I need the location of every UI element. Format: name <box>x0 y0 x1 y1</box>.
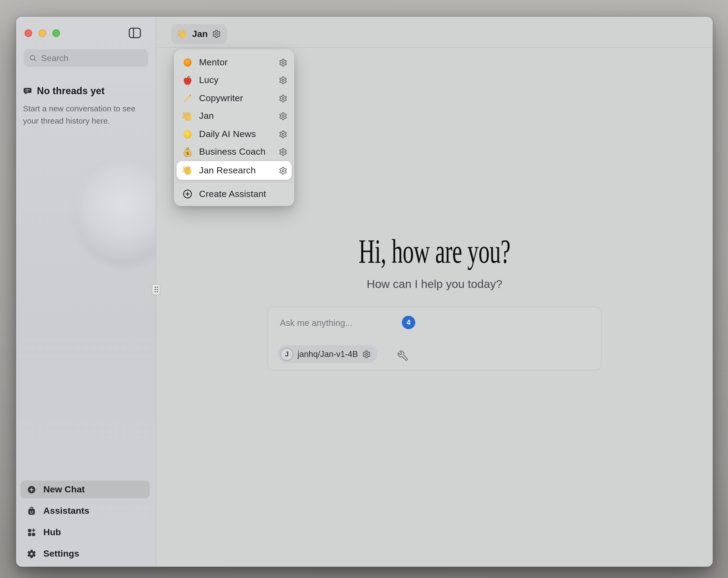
gear-icon[interactable] <box>279 166 287 175</box>
empty-state-title: No threads yet <box>37 85 105 97</box>
sidebar-resize-handle[interactable] <box>152 284 160 295</box>
red-apple-emoji-icon <box>182 75 193 86</box>
menu-separator <box>174 182 294 182</box>
sidebar-panel-icon <box>128 27 141 39</box>
menu-item-label: Jan Research <box>199 165 273 176</box>
search-field[interactable] <box>24 49 148 67</box>
toggle-sidebar-button[interactable] <box>128 27 141 39</box>
yellow-circle-emoji-icon <box>182 129 193 140</box>
orange-circle-emoji-icon <box>182 57 193 68</box>
assistant-menu-item-business-coach[interactable]: Business Coach <box>174 143 294 161</box>
assistant-menu-item-jan-research[interactable]: Jan Research <box>177 161 292 180</box>
greeting-subtitle: How can I help you today? <box>156 278 713 291</box>
gear-icon[interactable] <box>279 94 287 103</box>
model-avatar: J <box>280 348 293 360</box>
window-controls <box>25 29 60 37</box>
greeting-title: Hi, how are you? <box>252 233 617 270</box>
header-divider <box>156 47 713 48</box>
model-settings-gear-icon[interactable] <box>362 350 371 358</box>
assistant-settings-gear-icon[interactable] <box>212 29 221 39</box>
empty-state-title-row: No threads yet <box>23 85 105 97</box>
empty-state-description: Start a new conversation to see your thr… <box>23 102 145 127</box>
chat-input[interactable] <box>268 307 601 338</box>
assistant-menu-item-daily-ai-news[interactable]: Daily AI News <box>174 125 294 143</box>
chat-bubble-icon <box>23 87 32 96</box>
tools-button[interactable] <box>397 350 409 362</box>
menu-item-label: Daily AI News <box>199 129 273 140</box>
assistant-menu-item-mentor[interactable]: Mentor <box>174 53 294 71</box>
sidebar-item-assistants[interactable]: Assistants <box>20 502 150 520</box>
menu-item-label: Mentor <box>199 57 273 68</box>
menu-item-label: Jan <box>199 111 273 122</box>
sidebar-decorative-blob <box>74 160 156 267</box>
model-name: janhq/Jan-v1-4B <box>297 349 358 359</box>
sidebar-item-hub[interactable]: Hub <box>20 523 150 541</box>
menu-item-label: Copywriter <box>199 93 273 104</box>
assistant-menu-item-copywriter[interactable]: Copywriter <box>174 90 294 107</box>
plus-circle-icon <box>27 485 36 494</box>
menu-item-label: Create Assistant <box>199 189 287 200</box>
assistant-selector-button[interactable]: Jan <box>171 24 227 44</box>
menu-item-label: Business Coach <box>199 147 273 158</box>
minimize-window-button[interactable] <box>38 29 46 37</box>
wrench-icon <box>397 350 409 362</box>
app-window: No threads yet Start a new conversation … <box>16 17 713 567</box>
nav-item-label: Hub <box>43 527 61 537</box>
sidebar: No threads yet Start a new conversation … <box>16 17 156 567</box>
plus-circle-icon <box>182 189 193 200</box>
nav-item-label: Assistants <box>43 505 89 516</box>
tools-count-badge: 4 <box>402 316 415 329</box>
zoom-window-button[interactable] <box>52 29 60 37</box>
model-selector-button[interactable]: J janhq/Jan-v1-4B <box>278 345 377 363</box>
menu-item-label: Lucy <box>199 75 273 86</box>
waving-hand-emoji-icon <box>182 111 193 122</box>
close-window-button[interactable] <box>25 29 32 37</box>
assistant-menu-item-lucy[interactable]: Lucy <box>174 71 294 90</box>
main-content: Jan Mentor Lucy <box>156 17 713 567</box>
money-bag-emoji-icon <box>182 147 193 158</box>
current-assistant-name: Jan <box>192 29 208 39</box>
search-input[interactable] <box>41 53 152 63</box>
main-header: Jan <box>156 17 713 47</box>
nav-item-label: New Chat <box>43 484 85 495</box>
desktop-background: No threads yet Start a new conversation … <box>0 0 728 578</box>
hub-grid-plus-icon <box>27 527 36 537</box>
new-chat-button[interactable]: New Chat <box>20 481 150 498</box>
gear-icon[interactable] <box>279 112 287 121</box>
waving-hand-emoji-icon <box>177 29 188 39</box>
composer: J janhq/Jan-v1-4B 4 <box>267 307 601 370</box>
sidebar-item-settings[interactable]: Settings <box>20 545 150 562</box>
assistants-robot-icon <box>27 506 36 516</box>
greeting: Hi, how are you? How can I help you toda… <box>156 233 713 291</box>
drag-dots-icon <box>153 286 159 293</box>
assistant-menu: Mentor Lucy Copywriter <box>174 49 294 206</box>
gear-icon <box>27 549 36 558</box>
waving-hand-emoji-icon <box>182 165 193 176</box>
search-icon <box>29 54 37 62</box>
create-assistant-button[interactable]: Create Assistant <box>174 185 294 203</box>
gear-icon[interactable] <box>279 148 287 156</box>
assistant-menu-item-jan[interactable]: Jan <box>174 107 294 125</box>
gear-icon[interactable] <box>279 130 287 139</box>
nav-item-label: Settings <box>43 548 79 559</box>
gear-icon[interactable] <box>279 76 287 85</box>
gear-icon[interactable] <box>279 58 287 67</box>
sidebar-footer-nav: New Chat Assistants Hub Settings <box>20 481 150 562</box>
pencil-emoji-icon <box>182 93 193 104</box>
